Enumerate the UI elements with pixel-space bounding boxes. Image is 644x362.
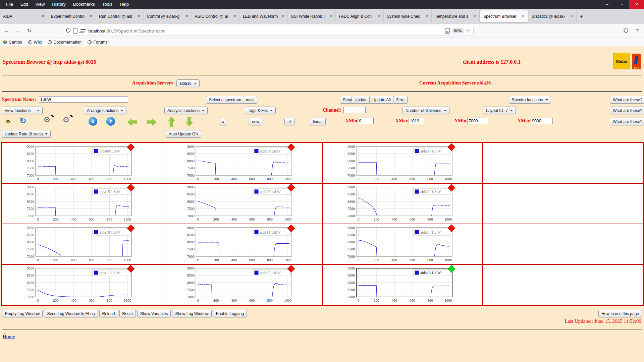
tab-close-icon[interactable] [232, 14, 237, 19]
tab-close-icon[interactable] [424, 14, 429, 19]
zero-button[interactable]: Zero [393, 96, 408, 104]
tab-led-and-waveform[interactable]: LED and Waveform [240, 10, 288, 22]
zoom-level-badge[interactable]: 80% [452, 28, 464, 34]
tab-system-wide-chec[interactable]: System wide Chec [384, 10, 432, 22]
refresh-icon[interactable] [19, 116, 26, 125]
show-variables-button[interactable]: Show Variables [137, 310, 171, 317]
tab-spectrum-browser[interactable]: Spectrum Browser [480, 10, 528, 22]
channel-input[interactable] [343, 107, 366, 113]
spectrum-cell-aida05[interactable]: 7000750080008500900002004006008001000aid… [322, 143, 483, 183]
pan-right-icon[interactable] [147, 118, 157, 126]
maximize-icon[interactable] [614, 0, 629, 9]
spectrum-cell-aida10[interactable]: 7000750080008500900002004006008001000aid… [2, 224, 162, 264]
page-icon[interactable] [73, 28, 77, 34]
spectrum-cell-aida13[interactable]: 7000750080008500900002004006008001000aid… [322, 224, 483, 264]
tab-close-icon[interactable] [472, 14, 477, 19]
permissions-icon[interactable] [80, 29, 85, 33]
tab-close-icon[interactable] [521, 14, 526, 19]
spectrum-cell-aida12[interactable]: 7000750080008500900002004006008001000aid… [322, 183, 483, 224]
url-text[interactable]: localhost:8015/Spectrum/Spectrum.tml [88, 28, 445, 34]
send-log-window-to-elog-button[interactable]: Send Log Window to ELog [44, 310, 98, 317]
menu-file[interactable]: File [3, 0, 16, 9]
tab-run-control-aid[interactable]: Run Control @ aid [96, 10, 144, 22]
xmax-input[interactable] [409, 118, 424, 124]
menu-history[interactable]: History [49, 0, 69, 9]
arrange-functions-dropdown[interactable]: Arrange functions [84, 107, 126, 114]
bookmark-forums[interactable]: Forums [88, 40, 107, 45]
pan-down-icon[interactable] [185, 117, 193, 127]
tab-control-aidas-g[interactable]: Control @ aidas-g [144, 10, 192, 22]
close-icon[interactable] [629, 0, 644, 9]
tab-close-icon[interactable] [40, 14, 46, 19]
menu-tools[interactable]: Tools [99, 0, 116, 9]
x-projection-button[interactable]: x [220, 118, 226, 125]
back-icon[interactable] [1, 26, 11, 36]
spectrum-cell-aida14[interactable]: 7000750080008500900002004006008001000aid… [162, 224, 322, 264]
xmin-input[interactable] [358, 118, 374, 124]
show-log-window-button[interactable]: Show Log Window [172, 310, 211, 317]
how-to-use-button[interactable]: How to use this page [598, 310, 642, 317]
auto-update-button[interactable]: Auto Update ON [166, 130, 201, 138]
tab-close-icon[interactable] [376, 14, 381, 19]
pan-left-icon[interactable] [127, 118, 137, 126]
reset-button[interactable]: Reset [119, 310, 136, 317]
spectrum-cell-aida11[interactable]: 7000750080008500900002004006008001000aid… [2, 264, 162, 305]
acquisition-server-select[interactable]: aida16 [176, 79, 200, 87]
url-bar[interactable]: localhost:8015/Spectrum/Spectrum.tml 80% [63, 26, 474, 36]
layout-id-dropdown[interactable]: Layout ID=7 [483, 107, 516, 114]
tab-close-icon[interactable] [184, 14, 190, 19]
bookmark-wiki[interactable]: Wiki [28, 40, 42, 45]
menu-help[interactable]: Help [116, 0, 132, 9]
reader-mode-icon[interactable] [445, 28, 450, 34]
update-rate-dropdown[interactable]: Update Rate (8 secs) [2, 130, 51, 138]
spectrum-cell-aida15[interactable]: 7000750080008500900002004006008001000aid… [2, 183, 162, 224]
update-all-button[interactable]: Update All [369, 96, 394, 104]
app-menu-icon[interactable] [636, 27, 639, 35]
what-are-these-button[interactable]: What are these? [610, 96, 644, 104]
spectrum-cell-aida16[interactable]: 7000750080008500900002004006008001000aid… [322, 264, 483, 305]
tags-fits-dropdown[interactable]: Tags & Fits [245, 107, 276, 114]
menu-edit[interactable]: Edit [17, 0, 31, 9]
multi-button[interactable]: multi [243, 96, 257, 104]
tab-fadc-align-con[interactable]: FADC Align & Con [336, 10, 384, 22]
new-tab-icon[interactable] [577, 9, 587, 24]
menu-view[interactable]: View [32, 0, 48, 9]
compress-y-icon[interactable]: ⇓ [89, 117, 97, 126]
what-are-these-button[interactable]: What are these? [610, 107, 644, 114]
minimize-icon[interactable] [600, 0, 614, 9]
bookmark-documentation[interactable]: Documentation [48, 40, 82, 45]
tab-gsi-white-rabbit-t[interactable]: GSI White Rabbit T [288, 10, 336, 22]
menu-bookmarks[interactable]: Bookmarks [70, 0, 98, 9]
pocket-icon[interactable] [624, 28, 628, 34]
spectrum-cell-aida01[interactable]: 7000750080008500900002004006008001000aid… [162, 143, 322, 183]
bookmark-centos[interactable]: Centos [3, 40, 22, 45]
tab-close-icon[interactable] [280, 14, 285, 19]
spectrum-cell-aida09[interactable]: 7000750080008500900002004006008001000aid… [2, 143, 162, 183]
ymin-input[interactable] [467, 118, 488, 124]
bookmark-star-icon[interactable] [466, 28, 471, 34]
new-button[interactable]: new [249, 118, 262, 125]
home-link[interactable]: Home [3, 334, 15, 340]
tab-experiment-contro[interactable]: Experiment Contro [48, 10, 96, 22]
update-button[interactable]: Update [352, 96, 371, 104]
tab-close-icon[interactable] [88, 14, 94, 19]
tab-close-icon[interactable] [569, 14, 574, 19]
spectra-functions-dropdown[interactable]: Spectra functions [509, 96, 551, 104]
reload-icon[interactable] [24, 26, 34, 36]
view-functions-dropdown[interactable]: View functions [2, 107, 43, 114]
tab-aida[interactable]: AIDA [0, 10, 48, 22]
forward-icon[interactable] [13, 26, 23, 36]
tab-close-icon[interactable] [136, 14, 142, 19]
spectrum-cell-aida07[interactable]: 7000750080008500900002004006008001000aid… [162, 264, 322, 305]
spectrum-cell-aida03[interactable]: 7000750080008500900002004006008001000aid… [162, 183, 322, 224]
tab-asic-control-ai[interactable]: ASIC Control @ ai [192, 10, 240, 22]
shield-icon[interactable] [66, 28, 70, 34]
reload-button[interactable]: Reload [99, 310, 118, 317]
ymax-input[interactable] [531, 118, 553, 124]
spectrum-name-input[interactable] [39, 96, 128, 103]
expand-y-icon[interactable]: ⇑ [106, 117, 115, 126]
enable-logging-button[interactable]: Enable Logging [213, 310, 247, 317]
analysis-functions-dropdown[interactable]: Analysis functions [164, 107, 208, 114]
linear-button[interactable]: linear [310, 118, 326, 125]
all-button[interactable]: all [284, 118, 294, 125]
